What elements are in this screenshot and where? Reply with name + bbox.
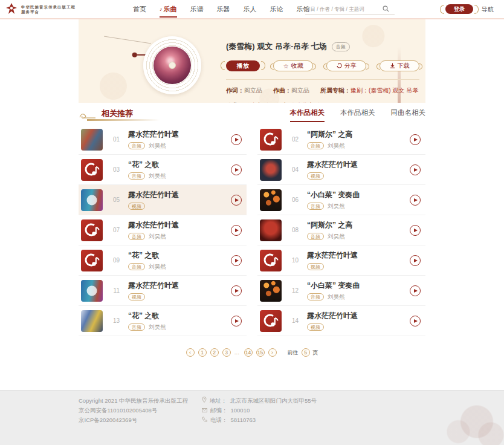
search-icon[interactable] bbox=[383, 4, 389, 15]
song-artist[interactable]: 刘昊然 bbox=[149, 323, 166, 331]
vinyl-record[interactable] bbox=[143, 36, 201, 94]
song-number: 10 bbox=[288, 257, 299, 264]
row-play-button[interactable] bbox=[231, 255, 242, 266]
album-link[interactable]: 豫剧：(秦雪梅) 观文 吊孝 bbox=[351, 87, 418, 94]
song-artist[interactable]: 刘昊然 bbox=[149, 263, 166, 271]
song-row[interactable]: 05 露水茫茫竹叶遮 视频 bbox=[79, 185, 247, 215]
song-row-title[interactable]: 露水茫茫竹叶遮 bbox=[307, 311, 410, 321]
row-play-button[interactable] bbox=[410, 255, 421, 266]
row-play-button[interactable] bbox=[231, 225, 242, 236]
song-row-title[interactable]: 露水茫茫竹叶遮 bbox=[128, 190, 231, 200]
song-thumbnail bbox=[260, 189, 282, 211]
page-number-button[interactable]: 2 bbox=[210, 348, 219, 357]
login-button[interactable]: 登录 bbox=[445, 4, 473, 14]
song-row[interactable]: 02 “阿斯尔” 之高 音频 刘昊然 bbox=[257, 125, 425, 155]
related-tabs: 本作品相关本作品相关同曲名相关 bbox=[290, 108, 426, 122]
song-media-badge: 视频 bbox=[128, 203, 145, 210]
page-number-button[interactable]: 15 bbox=[256, 348, 265, 357]
song-number: 01 bbox=[109, 136, 120, 143]
song-artist[interactable]: 刘昊然 bbox=[328, 233, 345, 241]
search-input[interactable] bbox=[305, 6, 383, 12]
related-tab[interactable]: 本作品相关 bbox=[290, 108, 325, 122]
song-row[interactable]: 11 露水茫茫竹叶遮 视频 bbox=[79, 276, 247, 306]
song-row-title[interactable]: “阿斯尔” 之高 bbox=[307, 220, 410, 230]
page-number-button[interactable]: 14 bbox=[244, 348, 253, 357]
row-play-button[interactable] bbox=[410, 164, 421, 175]
icp-record-text[interactable]: 京ICP备2020042369号 bbox=[79, 415, 188, 425]
song-row[interactable]: 07 露水茫茫竹叶遮 音频 刘昊然 bbox=[79, 215, 247, 245]
song-row[interactable]: 12 “小白菜” 变奏曲 音频 刘昊然 bbox=[257, 276, 425, 306]
page-number-button[interactable]: 1 bbox=[198, 348, 207, 357]
row-play-button[interactable] bbox=[410, 195, 421, 206]
related-tab[interactable]: 本作品相关 bbox=[340, 108, 375, 122]
main-nav: 首页乐曲乐谱乐器乐人乐论乐馆 bbox=[133, 0, 310, 18]
song-row[interactable]: 13 “花” 之歌 音频 刘昊然 bbox=[79, 306, 247, 336]
song-artist[interactable]: 刘昊然 bbox=[328, 203, 345, 210]
song-artist[interactable]: 刘昊然 bbox=[328, 293, 345, 301]
row-play-button[interactable] bbox=[231, 134, 242, 145]
song-row-title[interactable]: “花” 之歌 bbox=[128, 311, 231, 321]
site-navigation-link[interactable]: 导航 bbox=[482, 5, 494, 14]
song-row-title[interactable]: 露水茫茫竹叶遮 bbox=[128, 281, 231, 291]
song-thumbnail bbox=[260, 310, 282, 332]
row-play-button[interactable] bbox=[410, 225, 421, 236]
song-row[interactable]: 09 “花” 之歌 音频 刘昊然 bbox=[79, 245, 247, 276]
song-row[interactable]: 03 “花” 之歌 音频 刘昊然 bbox=[79, 155, 247, 185]
song-row-title[interactable]: 露水茫茫竹叶遮 bbox=[307, 250, 410, 261]
song-media-badge: 音频 bbox=[307, 142, 324, 149]
song-row-title[interactable]: “小白菜” 变奏曲 bbox=[307, 190, 410, 200]
related-col-right: 02 “阿斯尔” 之高 音频 刘昊然 04 露水茫茫竹叶遮 视频 bbox=[257, 125, 425, 336]
search-box[interactable] bbox=[305, 3, 395, 15]
song-row-title[interactable]: 露水茫茫竹叶遮 bbox=[307, 160, 410, 170]
nav-item[interactable]: 首页 bbox=[133, 0, 146, 18]
row-play-button[interactable] bbox=[231, 316, 242, 326]
row-play-button[interactable] bbox=[231, 164, 242, 175]
nav-item[interactable]: 乐曲 bbox=[160, 0, 177, 18]
prev-page-button[interactable]: ‹ bbox=[186, 348, 195, 357]
phone-line: 电话：58110763 bbox=[202, 415, 317, 425]
play-triangle-icon bbox=[235, 259, 239, 262]
nav-item[interactable]: 乐器 bbox=[217, 0, 230, 18]
jump-page-input[interactable]: 5 bbox=[302, 348, 310, 357]
song-row[interactable]: 10 露水茫茫竹叶遮 视频 bbox=[257, 245, 425, 276]
song-row[interactable]: 08 “阿斯尔” 之高 音频 刘昊然 bbox=[257, 215, 425, 245]
nav-item[interactable]: 乐论 bbox=[270, 0, 283, 18]
next-page-button[interactable]: › bbox=[268, 348, 277, 357]
nav-item[interactable]: 乐谱 bbox=[190, 0, 204, 18]
share-button[interactable]: 分享 bbox=[326, 60, 366, 71]
song-artist[interactable]: 刘昊然 bbox=[328, 142, 345, 150]
song-thumbnail bbox=[81, 159, 103, 181]
page-number-button[interactable]: 3 bbox=[222, 348, 231, 357]
song-row[interactable]: 14 露水茫茫竹叶遮 视频 bbox=[257, 306, 425, 336]
download-button[interactable]: 下载 bbox=[380, 60, 419, 71]
song-row-title[interactable]: “小白菜” 变奏曲 bbox=[307, 281, 410, 291]
related-tab[interactable]: 同曲名相关 bbox=[391, 108, 426, 122]
lyricist-field: 作词：阎立品 bbox=[226, 86, 262, 95]
police-record-text[interactable]: 京公网安备11010102005408号 bbox=[79, 406, 188, 415]
category-link[interactable]: 传统音乐/民间音乐/戏曲音乐 bbox=[244, 102, 320, 103]
favorite-button[interactable]: ☆ 收藏 bbox=[273, 60, 313, 71]
song-artist[interactable]: 刘昊然 bbox=[149, 172, 166, 180]
song-row[interactable]: 06 “小白菜” 变奏曲 音频 刘昊然 bbox=[257, 185, 425, 215]
song-row-title[interactable]: 露水茫茫竹叶遮 bbox=[128, 220, 231, 230]
row-play-button[interactable] bbox=[231, 195, 242, 206]
row-play-button[interactable] bbox=[410, 316, 421, 326]
site-logo[interactable]: 中华民族音乐传承出版工程 服务平台 bbox=[5, 2, 76, 18]
song-thumbnail bbox=[81, 280, 103, 302]
song-row-title[interactable]: 露水茫茫竹叶遮 bbox=[128, 129, 231, 140]
nav-item[interactable]: 乐人 bbox=[244, 0, 257, 18]
song-row[interactable]: 01 露水茫茫竹叶遮 音频 刘昊然 bbox=[79, 125, 247, 155]
song-row-title[interactable]: “花” 之歌 bbox=[128, 160, 231, 170]
row-play-button[interactable] bbox=[410, 285, 421, 296]
song-row[interactable]: 04 露水茫茫竹叶遮 视频 bbox=[257, 155, 425, 185]
song-media-badge: 视频 bbox=[307, 172, 324, 180]
song-number: 05 bbox=[109, 197, 120, 203]
song-row-title[interactable]: “花” 之歌 bbox=[128, 250, 231, 261]
row-play-button[interactable] bbox=[231, 285, 242, 296]
song-artist[interactable]: 刘昊然 bbox=[149, 233, 166, 241]
song-artist[interactable]: 刘昊然 bbox=[149, 142, 166, 150]
song-row-title[interactable]: “阿斯尔” 之高 bbox=[307, 129, 410, 140]
location-pin-icon bbox=[202, 396, 207, 406]
row-play-button[interactable] bbox=[410, 134, 421, 145]
play-button[interactable]: 播放 bbox=[226, 60, 260, 71]
